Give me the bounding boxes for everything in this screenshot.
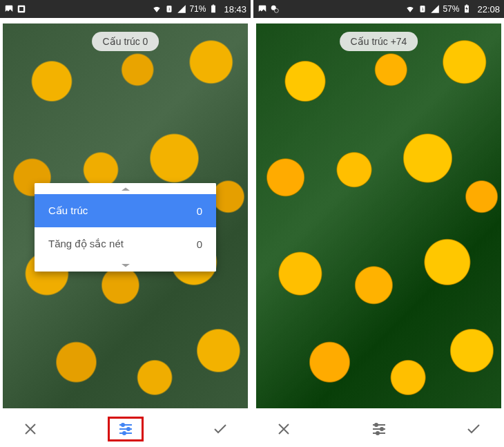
cancel-button[interactable]	[12, 417, 48, 441]
image-notif-icon	[4, 4, 14, 14]
tune-button[interactable]	[108, 417, 144, 441]
tune-button[interactable]	[361, 417, 397, 441]
svg-point-8	[123, 432, 126, 435]
svg-point-16	[375, 424, 378, 426]
svg-rect-15	[466, 5, 467, 6]
battery-pct: 71%	[189, 4, 206, 14]
svg-point-18	[376, 432, 379, 435]
status-time: 18:43	[224, 4, 246, 15]
svg-rect-5	[213, 5, 214, 6]
status-bar: 1 57% 22:08	[253, 0, 504, 18]
popup-row-label: Tăng độ sắc nét	[48, 238, 124, 250]
bottom-toolbar	[0, 411, 251, 447]
chevron-up-icon	[35, 183, 216, 194]
svg-point-6	[122, 424, 124, 426]
photo-editor-canvas[interactable]	[253, 18, 504, 411]
svg-text:1: 1	[168, 7, 171, 11]
chat-notif-icon	[270, 4, 280, 14]
check-icon	[212, 421, 229, 437]
adjustment-value-badge: Cấu trúc 0	[92, 32, 159, 51]
sim1-icon: 1	[418, 4, 427, 14]
popup-row-structure[interactable]: Cấu trúc 0	[35, 194, 216, 227]
adjustment-popup[interactable]: Cấu trúc 0 Tăng độ sắc nét 0	[35, 183, 216, 272]
battery-pct: 57%	[443, 4, 459, 14]
screenshot-notif-icon	[17, 4, 26, 14]
signal-icon	[430, 4, 440, 14]
bottom-toolbar	[253, 411, 504, 447]
image-notif-icon	[258, 4, 267, 14]
popup-row-sharpen[interactable]: Tăng độ sắc nét 0	[35, 227, 216, 260]
adjustment-value-badge: Cấu trúc +74	[340, 32, 418, 51]
sim1-icon: 1	[164, 4, 174, 14]
svg-rect-4	[212, 6, 216, 13]
svg-rect-1	[19, 7, 23, 11]
apply-button[interactable]	[202, 417, 238, 441]
close-icon	[275, 421, 292, 437]
wifi-icon	[152, 4, 162, 14]
status-time: 22:08	[477, 4, 500, 15]
popup-row-value: 0	[197, 238, 202, 250]
right-phone-screenshot: 1 57% 22:08 Cấu trúc +74	[253, 0, 504, 447]
chevron-down-icon	[35, 260, 216, 272]
flower-photo	[256, 23, 501, 408]
cancel-button[interactable]	[266, 417, 302, 441]
svg-text:1: 1	[422, 7, 424, 11]
tune-icon	[371, 421, 387, 437]
battery-icon	[209, 4, 218, 14]
apply-button[interactable]	[456, 417, 492, 441]
popup-row-value: 0	[197, 205, 202, 217]
wifi-icon	[405, 4, 415, 14]
tune-icon	[117, 421, 134, 437]
signal-icon	[177, 4, 186, 14]
svg-point-17	[380, 428, 383, 430]
check-icon	[465, 421, 482, 437]
popup-row-label: Cấu trúc	[48, 205, 88, 217]
close-icon	[22, 421, 39, 437]
svg-point-7	[127, 428, 130, 430]
svg-point-11	[274, 8, 278, 12]
left-phone-screenshot: 1 71% 18:43 Cấu trúc 0	[0, 0, 251, 447]
battery-charging-icon	[462, 4, 472, 14]
status-bar: 1 71% 18:43	[0, 0, 251, 18]
